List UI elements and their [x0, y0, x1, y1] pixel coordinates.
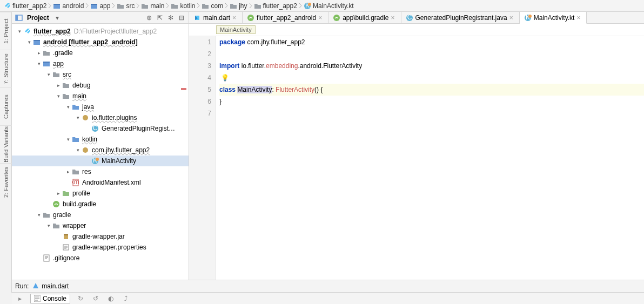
editor-tab[interactable]: app\build.gradle×: [328, 12, 401, 23]
code-line[interactable]: import io.flutter.embedding.android.Flut…: [219, 60, 644, 72]
tree-node[interactable]: ▾io.flutter.plugins: [12, 112, 189, 123]
kfile-icon: K: [524, 14, 532, 22]
tree-node[interactable]: ▾com.jhy.flutter_app2: [12, 145, 189, 156]
tree-arrow[interactable]: ▾: [45, 72, 52, 77]
tree-node[interactable]: ▸.gradle: [12, 48, 189, 58]
breadcrumb-item[interactable]: main: [140, 1, 165, 11]
editor-tab[interactable]: KMainActivity.kt×: [520, 12, 587, 24]
close-icon[interactable]: ×: [391, 14, 397, 22]
tree-node[interactable]: gradle-wrapper.properties: [12, 242, 189, 253]
tree-arrow[interactable]: ▾: [65, 104, 71, 110]
tool-window-button[interactable]: 2: Favorites: [0, 163, 12, 201]
tree-label: profile: [72, 190, 90, 197]
tree-node[interactable]: ▾java: [12, 102, 189, 112]
breadcrumb-label: android: [62, 2, 84, 10]
code-line[interactable]: 💡: [219, 72, 644, 84]
tool-window-button[interactable]: Build Variants: [0, 125, 12, 163]
code-line[interactable]: [219, 107, 644, 119]
tree-arrow[interactable]: ▾: [45, 223, 52, 228]
tree-arrow[interactable]: ▾: [36, 61, 42, 66]
rerun-failed-icon[interactable]: ↺: [91, 294, 100, 303]
xml-icon: xml: [71, 178, 80, 187]
tree-label: res: [82, 168, 91, 175]
tool-window-button[interactable]: 7: Structure: [0, 50, 12, 87]
editor-content[interactable]: package com.jhy.flutter_app2import io.fl…: [216, 36, 644, 280]
tree-node[interactable]: ▾android [flutter_app2_android]: [12, 37, 189, 48]
editor-crumb-chip[interactable]: MainActivity: [216, 25, 256, 34]
close-icon[interactable]: ×: [232, 14, 238, 22]
expand-icon[interactable]: ▸: [15, 294, 25, 303]
tree-node[interactable]: ▸profile: [12, 188, 189, 199]
tree-arrow[interactable]: ▾: [75, 147, 81, 153]
collapse-icon[interactable]: ⇱: [155, 13, 165, 23]
tree-arrow[interactable]: ▸: [55, 83, 62, 88]
tree-arrow[interactable]: ▾: [65, 137, 71, 142]
project-view-icon[interactable]: [14, 13, 24, 23]
console-tab[interactable]: Console: [30, 294, 70, 303]
tree-node[interactable]: ▾main: [12, 91, 189, 102]
close-icon[interactable]: ×: [318, 14, 324, 22]
tree-hint: D:\FlutterProject\flutter_app2: [74, 28, 157, 35]
tree-arrow[interactable]: ▾: [36, 212, 42, 218]
tree-node[interactable]: xmlAndroidManifest.xml: [12, 177, 189, 188]
code-line[interactable]: class MainActivity: FlutterActivity() {: [219, 84, 644, 96]
tree-node[interactable]: .gitignore: [12, 253, 189, 264]
editor-tab[interactable]: CGeneratedPluginRegistrant.java×: [401, 12, 520, 23]
run-config[interactable]: main.dart: [32, 282, 69, 290]
tree-node[interactable]: ▾src: [12, 69, 189, 80]
tool-window-button[interactable]: 1: Project: [0, 12, 12, 50]
close-icon[interactable]: ×: [576, 14, 582, 22]
tree-node[interactable]: ▾flutter_app2D:\FlutterProject\flutter_a…: [12, 26, 189, 37]
tree-node[interactable]: build.gradle: [12, 199, 189, 210]
rerun-icon[interactable]: ↻: [76, 294, 85, 303]
breadcrumb-item[interactable]: flutter_app2: [253, 1, 298, 11]
tree-node[interactable]: ▾kotlin: [12, 134, 189, 145]
attach-icon[interactable]: ⤴: [121, 294, 131, 303]
tree-node[interactable]: ▾gradle: [12, 210, 189, 220]
project-tree[interactable]: ▾flutter_app2D:\FlutterProject\flutter_a…: [12, 24, 189, 266]
module-icon: [53, 2, 61, 10]
editor-tab[interactable]: main.dart×: [189, 12, 243, 23]
project-panel-title: Project: [27, 14, 49, 22]
tree-node[interactable]: ▸res: [12, 166, 189, 177]
breadcrumb-item[interactable]: app: [89, 1, 111, 11]
breadcrumb-item[interactable]: flutter_app2: [2, 1, 48, 11]
breadcrumb-item[interactable]: android: [52, 1, 85, 11]
tree-node[interactable]: ▾wrapper: [12, 220, 189, 231]
tree-node[interactable]: KMainActivity: [12, 156, 189, 166]
hide-icon[interactable]: ⊟: [177, 13, 186, 23]
breadcrumb-item[interactable]: src: [116, 1, 136, 11]
tree-node[interactable]: gradle-wrapper.jar: [12, 231, 189, 242]
tree-arrow[interactable]: ▾: [55, 93, 62, 99]
breadcrumb-item[interactable]: com: [200, 1, 224, 11]
tool-window-button[interactable]: Captures: [0, 87, 12, 125]
tree-arrow[interactable]: ▾: [16, 29, 23, 34]
code-line[interactable]: [219, 48, 644, 60]
folder-d-icon: [52, 70, 61, 79]
folder-d-icon: [254, 2, 261, 10]
breadcrumb-sep: [85, 1, 89, 11]
gear-icon[interactable]: ✻: [166, 13, 176, 23]
tree-arrow[interactable]: ▸: [65, 169, 71, 174]
tree-arrow[interactable]: ▾: [26, 39, 32, 45]
tree-node[interactable]: ▸debug: [12, 80, 189, 91]
tree-node[interactable]: CGeneratedPluginRegist…: [12, 123, 189, 134]
tree-arrow[interactable]: ▸: [36, 50, 42, 56]
close-icon[interactable]: ×: [509, 14, 515, 22]
stop-icon[interactable]: ◐: [106, 294, 116, 303]
tree-arrow[interactable]: ▾: [75, 115, 81, 120]
breadcrumb-item[interactable]: kotlin: [170, 1, 196, 11]
chevron-down-icon[interactable]: ▾: [52, 13, 62, 23]
run-tool-window-header[interactable]: Run: main.dart: [12, 280, 644, 292]
breadcrumb-item[interactable]: KMainActivity.kt: [303, 1, 355, 11]
code-editor[interactable]: 1234567 package com.jhy.flutter_app2impo…: [189, 36, 644, 280]
folder-b-icon: [71, 135, 80, 144]
tree-node[interactable]: ▾app: [12, 58, 189, 69]
code-line[interactable]: }: [219, 96, 644, 107]
editor-tab[interactable]: flutter_app2_android×: [243, 12, 328, 23]
tree-arrow[interactable]: ▸: [55, 191, 62, 196]
locate-icon[interactable]: ⊕: [144, 13, 154, 23]
breadcrumb-item[interactable]: jhy: [229, 1, 248, 11]
txt-icon: [42, 254, 51, 262]
code-line[interactable]: package com.jhy.flutter_app2: [219, 36, 644, 48]
